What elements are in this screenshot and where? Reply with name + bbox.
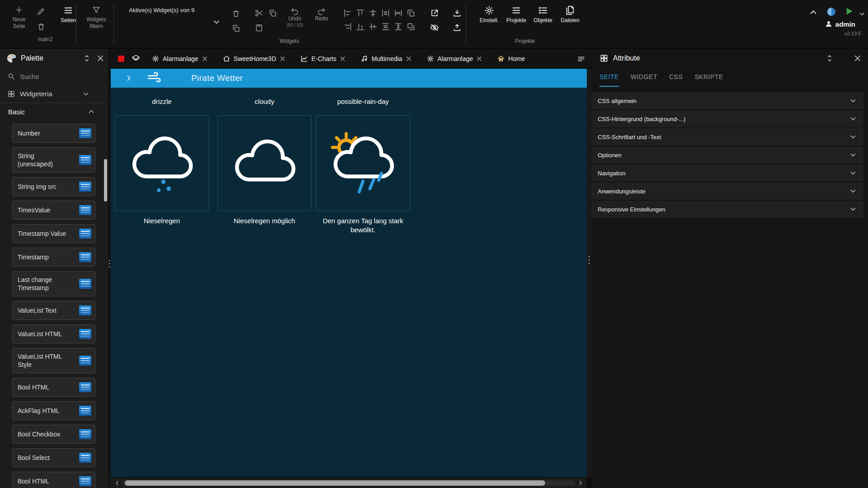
view-tab-alarmanlage-2[interactable]: Alarmanlage [422,49,487,68]
accordion-navigation[interactable]: Navigation [591,164,863,182]
collapse-toolbar-button[interactable] [807,6,819,18]
palette-widget-item[interactable]: Bool Checkbox [12,425,95,444]
widget-group-select[interactable]: Widgeteria [0,85,105,103]
align-bottom-button[interactable] [354,21,366,33]
close-icon[interactable] [340,56,346,62]
distribute-h-button[interactable] [380,7,392,19]
view-tab-echarts[interactable]: E-Charts [296,49,350,68]
scrollbar-track[interactable] [123,480,575,486]
filter-widgets-label: Widgets filtern [83,16,109,30]
palette-widget-item[interactable]: Last change Timestamp [12,271,95,296]
match-width-button[interactable] [392,7,404,19]
user-badge[interactable]: admin [825,20,855,28]
attributes-close-button[interactable] [853,53,863,63]
projects-button[interactable]: Projekte [504,5,529,24]
palette-widget-item[interactable]: Bool HTML [12,378,95,397]
paste-button[interactable] [253,22,265,33]
view-canvas[interactable]: Pirate Wetter drizzle Nieselregen cloudy [111,69,587,477]
delete-widgets-button[interactable] [230,8,242,19]
palette-widget-item[interactable]: Timestamp [12,248,95,267]
palette-widget-item[interactable]: ValueList HTML Style [12,348,95,373]
rename-page-button[interactable] [35,5,47,17]
palette-widget-item[interactable]: ValueList Text [12,301,95,320]
palette-widget-item[interactable]: Timestamp Value [12,224,95,243]
chevron-up-icon [808,7,818,17]
close-icon[interactable] [279,56,286,62]
palette-widget-item[interactable]: Bool HTML [12,472,95,488]
accordion-css-schriftart[interactable]: CSS-Schriftart und -Text [591,128,863,145]
align-top-button[interactable] [354,7,366,19]
palette-widget-item[interactable]: String (unescaped) [12,147,95,173]
tab-seite[interactable]: SEITE [599,68,619,87]
bring-front-button[interactable] [405,7,417,19]
close-icon[interactable] [406,56,412,62]
hide-widgets-toggle[interactable] [429,22,440,33]
files-button[interactable]: Dateien [557,5,583,24]
appbar-menu-chevron[interactable] [124,74,133,83]
open-runtime-button[interactable] [429,7,440,19]
accordion-optionen[interactable]: Optionen [591,146,863,164]
send-back-button[interactable] [405,21,417,33]
view-tab-home[interactable]: Home [492,49,529,68]
import-widgets-button[interactable] [451,7,463,19]
align-right-button[interactable] [342,21,354,33]
user-menu-chevron[interactable] [856,8,868,20]
tabs-menu-button[interactable] [575,53,587,65]
scroll-left-arrow[interactable] [113,479,121,487]
accordion-responsive[interactable]: Responsive Einstellungen [591,201,863,218]
close-icon[interactable] [476,56,482,62]
palette-widget-item[interactable]: Number [12,124,95,143]
canvas-horizontal-scrollbar[interactable] [111,477,587,488]
copy-button[interactable] [267,7,278,19]
view-tab-alarmanlage[interactable]: Alarmanlage [147,49,212,68]
tab-skripte[interactable]: SKRIPTE [694,68,723,87]
align-left-button[interactable] [342,7,354,19]
theme-toggle-button[interactable] [826,6,837,18]
search-input[interactable] [20,73,88,80]
palette-widget-item[interactable]: TimesValue [12,201,95,220]
tab-widget[interactable]: WIDGET [631,68,657,87]
objects-button[interactable]: Objekte [530,5,556,24]
palette-widget-item[interactable]: String img src [12,177,95,196]
palette-close-button[interactable] [95,53,105,63]
copy-icon [268,9,277,18]
cut-button[interactable] [253,7,265,19]
view-tab-sweethome3d[interactable]: SweetHome3D [218,49,290,68]
attributes-resize-handle[interactable] [587,69,591,477]
match-width-icon [394,9,403,18]
close-icon[interactable] [202,56,208,62]
palette-unfold-button[interactable] [82,53,92,63]
view-tab-multimedia[interactable]: Multimedia [356,49,416,68]
widget-preview-icon [79,453,91,463]
weather-widget-possible-rain-day[interactable]: possible-rain-day Den ganzen Tag lang st… [316,98,410,235]
weather-widget-drizzle[interactable]: drizzle Nieselregen [115,98,209,225]
views-layers-button[interactable] [130,53,142,65]
delete-page-button[interactable] [35,21,47,33]
scroll-right-arrow[interactable] [577,479,584,487]
clone-widget-button[interactable] [230,23,242,34]
weather-widget-cloudy[interactable]: cloudy Nieselregen möglich [217,98,311,225]
attributes-unfold-button[interactable] [825,53,835,63]
palette-scrollbar-thumb[interactable] [104,159,107,202]
palette-widget-item[interactable]: ValueList HTML [12,324,95,343]
align-center-h-button[interactable] [367,7,379,19]
tab-css[interactable]: CSS [669,68,683,87]
palette-section-basic[interactable]: Basic [0,103,111,120]
accordion-css-hintergrund[interactable]: CSS-Hintergrund (background-...) [591,110,863,127]
palette-widget-item[interactable]: Bool Select [12,448,95,467]
align-center-v-button[interactable] [367,21,379,33]
export-widgets-button[interactable] [451,22,463,33]
accordion-css-allgemein[interactable]: CSS allgemein [591,92,863,109]
match-height-button[interactable] [392,21,404,33]
scrollbar-thumb[interactable] [125,480,545,486]
distribute-v-button[interactable] [380,21,392,33]
run-project-button[interactable] [843,5,854,17]
undo-button[interactable]: Undo (50 / 50) [281,6,308,28]
redo-button[interactable]: Redo [310,6,333,22]
widgets-dropdown-chevron[interactable] [211,16,222,28]
accordion-anwendungsleiste[interactable]: Anwendungsleiste [591,183,863,200]
new-page-button[interactable]: Neue Seite [8,5,30,30]
palette-widget-item[interactable]: AckFlag HTML [12,401,95,420]
settings-button[interactable]: Einstell. [476,5,502,24]
filter-widgets-button[interactable]: Widgets filtern [83,5,109,30]
